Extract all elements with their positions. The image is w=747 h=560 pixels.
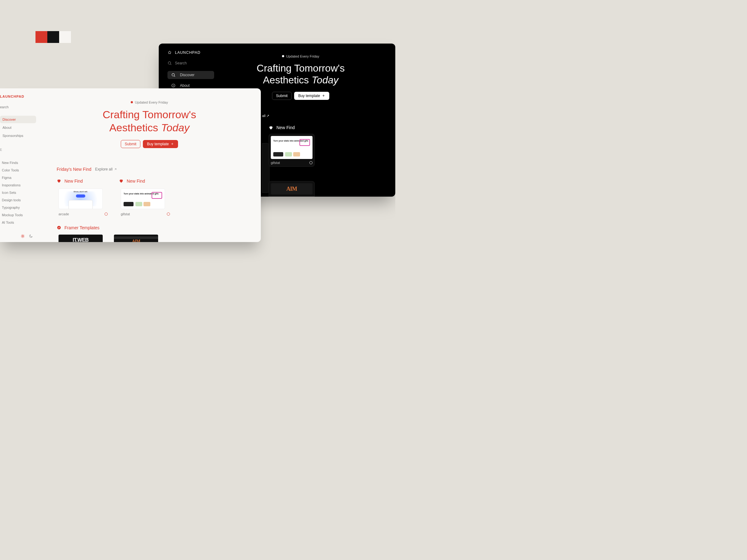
verified-icon <box>57 225 61 230</box>
buy-template-button[interactable]: Buy template <box>143 140 178 148</box>
update-badge: Updated Every Friday <box>282 54 319 58</box>
svg-line-1 <box>171 64 172 65</box>
card-name: gifstat <box>271 161 280 165</box>
category-item[interactable]: New Finds <box>0 161 36 165</box>
card-arcade[interactable]: New Find Show, don't tell. arcade <box>57 179 109 216</box>
svg-line-17 <box>24 235 24 235</box>
loading-icon <box>167 212 170 216</box>
card-gifstat[interactable]: Turn your stats into animated gifs gifst… <box>268 134 315 167</box>
submit-button[interactable]: Submit <box>272 92 292 100</box>
light-sidebar: LAUNCHPAD earch Discover About Sponsorsh… <box>0 88 38 242</box>
thumbnail: Show, don't tell. <box>58 189 103 209</box>
category-item[interactable]: Mockup Tools <box>0 213 36 217</box>
card-gifstat[interactable]: New Find Turn your stats into animated g… <box>119 179 172 216</box>
svg-point-5 <box>173 85 174 85</box>
light-preview-window: LAUNCHPAD earch Discover About Sponsorsh… <box>0 88 261 242</box>
hero-title: Crafting Tomorrow's Aesthetics Today <box>215 62 387 86</box>
buy-template-button[interactable]: Buy template <box>294 92 329 100</box>
light-nav: Discover About Sponsorships <box>0 116 36 139</box>
heart-icon <box>57 179 61 183</box>
category-item[interactable]: Design tools <box>0 198 36 202</box>
loading-icon <box>309 161 312 164</box>
tile-label: IT.WEB <box>73 237 88 242</box>
new-find-heading: New Find <box>119 179 172 184</box>
svg-point-9 <box>22 236 24 237</box>
explore-all-link[interactable]: Explore all <box>95 167 117 171</box>
svg-point-0 <box>168 61 171 64</box>
friday-section-head: Friday's New Find Explore all <box>57 167 242 172</box>
nav-discover[interactable]: Discover <box>0 116 36 123</box>
light-main: Updated Every Friday Crafting Tomorrow's… <box>38 88 261 242</box>
framer-section: Framer Templates IT.WEB AIM <box>57 225 242 242</box>
categories-header: E <box>0 148 36 152</box>
section-title: Framer Templates <box>65 225 100 230</box>
heart-icon <box>119 179 124 183</box>
new-find-label: New Find <box>65 179 83 184</box>
swatch-black <box>47 31 59 43</box>
nav-about-label: About <box>180 83 189 88</box>
moon-icon[interactable] <box>29 234 33 238</box>
brand-text: LAUNCHPAD <box>175 50 201 55</box>
dot-icon <box>131 101 133 103</box>
new-find-heading: New Find <box>57 179 109 184</box>
loading-icon <box>105 212 108 216</box>
category-list: New Finds Color Tools Figma Insporations… <box>0 161 36 224</box>
thumbnail: Turn your stats into animated gifs <box>271 136 312 159</box>
new-find-heading: New Find <box>268 125 315 130</box>
new-find-label: New Find <box>127 179 145 184</box>
nav-discover[interactable]: Discover <box>168 71 214 79</box>
info-icon <box>171 83 176 88</box>
swatch-red <box>35 31 47 43</box>
heart-icon <box>268 125 273 130</box>
explore-all-link[interactable]: all ↗ <box>262 114 269 118</box>
category-item[interactable]: Color Tools <box>0 168 36 172</box>
nav-about[interactable]: About <box>0 124 36 131</box>
tile-aim[interactable]: AIM <box>114 235 158 242</box>
svg-line-3 <box>174 76 175 77</box>
thumbnail: Turn your stats into animated gifs <box>121 189 165 209</box>
search-icon <box>171 73 176 77</box>
submit-button[interactable]: Submit <box>121 140 140 148</box>
search-placeholder: Search <box>175 61 187 65</box>
color-palette <box>35 31 71 43</box>
plus-icon <box>171 142 174 145</box>
svg-line-14 <box>22 235 22 235</box>
new-find-label: New Find <box>276 125 295 130</box>
search-icon <box>168 61 172 65</box>
dark-nav: Discover About <box>168 71 214 89</box>
category-item[interactable]: Icon Sets <box>0 191 36 194</box>
hero-title: Crafting Tomorrow's Aesthetics Today <box>57 108 242 134</box>
plus-icon <box>322 94 325 97</box>
star-icon <box>168 50 172 55</box>
card-aim[interactable]: AIM <box>268 181 315 196</box>
friday-section: Friday's New Find Explore all New Find S… <box>57 167 242 216</box>
update-badge: Updated Every Friday <box>131 101 168 104</box>
category-item[interactable]: Figma <box>0 176 36 180</box>
category-item[interactable]: Typography <box>0 206 36 209</box>
swatch-white <box>59 31 71 43</box>
arrow-up-right-icon <box>114 168 117 171</box>
card-name: arcade <box>58 212 69 216</box>
nav-sponsorships[interactable]: Sponsorships <box>0 132 36 139</box>
search-label[interactable]: earch <box>0 105 36 109</box>
tile-label: AIM <box>132 239 140 242</box>
brand-text: LAUNCHPAD <box>0 95 36 98</box>
svg-rect-6 <box>173 85 173 86</box>
svg-line-16 <box>22 237 22 237</box>
theme-toggle <box>21 234 33 238</box>
tile-itweb[interactable]: IT.WEB <box>58 235 103 242</box>
sun-icon[interactable] <box>21 234 25 238</box>
dark-new-find: New Find Turn your stats into animated g… <box>268 125 315 167</box>
section-title: Friday's New Find <box>57 167 92 172</box>
nav-discover-label: Discover <box>180 73 195 77</box>
category-item[interactable]: AI Tools <box>0 220 36 224</box>
category-item[interactable]: Insporations <box>0 183 36 187</box>
card-name: gifstat <box>121 212 130 216</box>
framer-section-head: Framer Templates <box>57 225 242 230</box>
svg-point-2 <box>172 74 174 76</box>
svg-line-15 <box>24 237 24 237</box>
update-text: Updated Every Friday <box>286 54 319 58</box>
update-text: Updated Every Friday <box>135 101 168 104</box>
dot-icon <box>282 55 284 57</box>
thumbnail: AIM <box>271 183 312 194</box>
